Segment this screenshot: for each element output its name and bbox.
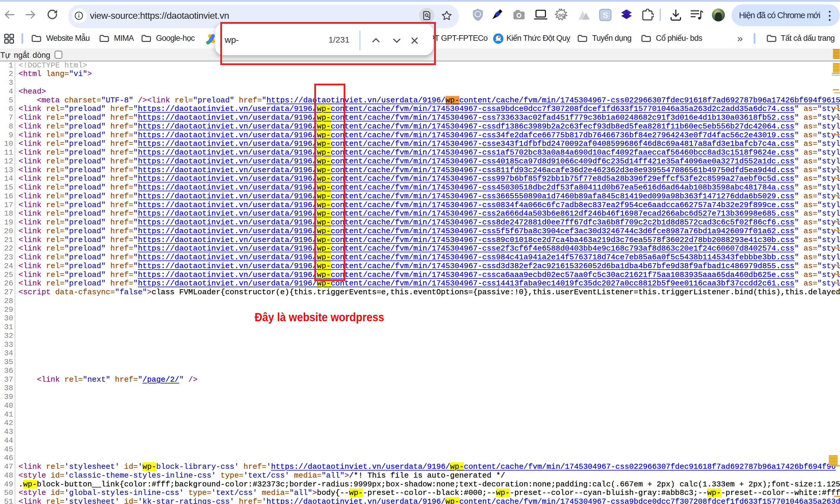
svg-text:S: S [603, 11, 608, 20]
svg-text:SQ: SQ [558, 13, 565, 18]
